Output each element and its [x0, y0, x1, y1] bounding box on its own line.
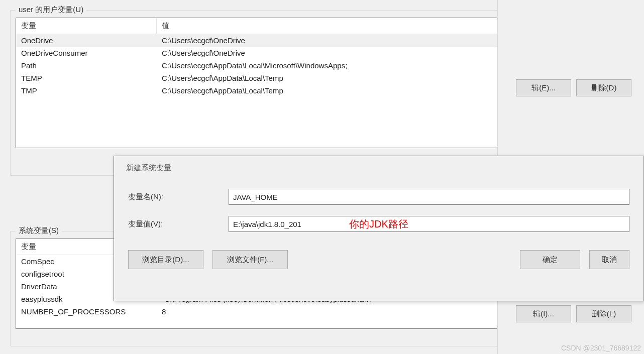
table-row[interactable]: TEMP C:\Users\ecgcf\AppData\Local\Temp [16, 72, 511, 84]
user-variables-list[interactable]: 变量 值 OneDrive C:\Users\ecgcf\OneDrive On… [16, 18, 512, 148]
var-name: NUMBER_OF_PROCESSORS [16, 305, 157, 318]
var-value: 8 [157, 305, 511, 318]
ok-button[interactable]: 确定 [520, 250, 580, 269]
table-row[interactable]: OneDrive C:\Users\ecgcf\OneDrive [16, 34, 511, 47]
column-header-value[interactable]: 值 [157, 18, 511, 34]
var-name: OneDriveConsumer [16, 47, 157, 59]
user-list-header: 变量 值 [16, 18, 511, 34]
variable-name-input[interactable] [229, 189, 629, 205]
var-name: TMP [16, 84, 157, 97]
var-name: TEMP [16, 72, 157, 84]
system-variables-title: 系统变量(S) [16, 226, 62, 235]
user-variables-title: user 的用户变量(U) [16, 5, 86, 15]
delete-system-button[interactable]: 删除(L) [576, 305, 631, 322]
table-row[interactable]: Path C:\Users\ecgcf\AppData\Local\Micros… [16, 59, 511, 72]
variable-value-label: 变量值(V): [128, 219, 229, 229]
variable-name-label: 变量名(N): [128, 192, 229, 202]
edit-user-button[interactable]: 辑(E)... [516, 79, 571, 96]
browse-file-button[interactable]: 浏览文件(F)... [212, 250, 288, 269]
var-name: Path [16, 59, 157, 72]
watermark: CSDN @2301_76689122 [561, 344, 641, 352]
column-header-variable[interactable]: 变量 [16, 18, 157, 34]
user-variables-group: user 的用户变量(U) 变量 值 OneDrive C:\Users\ecg… [10, 10, 517, 176]
browse-directory-button[interactable]: 浏览目录(D)... [128, 250, 203, 269]
var-value: C:\Users\ecgcf\AppData\Local\Microsoft\W… [157, 59, 511, 72]
delete-user-button[interactable]: 删除(D) [576, 79, 631, 96]
edit-system-button[interactable]: 辑(I)... [516, 305, 571, 322]
cancel-button[interactable]: 取消 [589, 250, 629, 269]
new-system-variable-dialog: 新建系统变量 变量名(N): 变量值(V): 你的JDK路径 浏览目录(D)..… [114, 156, 644, 301]
var-value: C:\Users\ecgcf\OneDrive [157, 47, 511, 59]
dialog-title: 新建系统变量 [114, 156, 643, 177]
table-row[interactable]: NUMBER_OF_PROCESSORS 8 [16, 305, 511, 318]
var-value: C:\Users\ecgcf\AppData\Local\Temp [157, 84, 511, 97]
table-row[interactable]: TMP C:\Users\ecgcf\AppData\Local\Temp [16, 84, 511, 97]
var-value: C:\Users\ecgcf\AppData\Local\Temp [157, 72, 511, 84]
variable-value-input[interactable] [229, 216, 629, 232]
var-name: OneDrive [16, 34, 157, 47]
table-row[interactable]: OneDriveConsumer C:\Users\ecgcf\OneDrive [16, 47, 511, 59]
var-value: C:\Users\ecgcf\OneDrive [157, 34, 511, 47]
